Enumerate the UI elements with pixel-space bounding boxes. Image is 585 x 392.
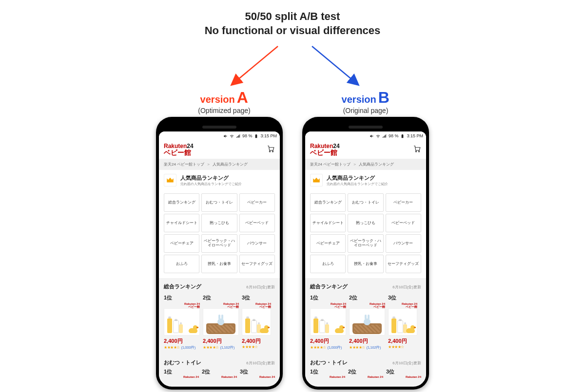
product-row[interactable]: 1位Rakuten 24ベビー館2,400円★★★★☆(1,000件)2位Rak… bbox=[159, 292, 280, 354]
mute-icon bbox=[370, 134, 374, 138]
category-button[interactable]: 授乳・お食事 bbox=[348, 255, 383, 273]
category-button[interactable]: ベビーラック・ハイローベッド bbox=[348, 234, 383, 253]
product-thumb bbox=[203, 308, 239, 336]
mini-rank-col[interactable]: 1位Rakuten 24 bbox=[310, 368, 345, 378]
mini-rank-col[interactable]: 1位Rakuten 24 bbox=[164, 368, 199, 378]
product-card[interactable]: 2位Rakuten 24ベビー館2,400円★★★★☆(1,162件) bbox=[203, 294, 239, 350]
category-button[interactable]: バウンサー bbox=[239, 234, 275, 253]
mini-rank-col[interactable]: 3位Rakuten 24 bbox=[386, 368, 421, 378]
battery-text: 98 % bbox=[242, 133, 253, 138]
battery-icon bbox=[254, 134, 258, 138]
category-button[interactable]: セーフティグッズ bbox=[239, 255, 275, 273]
version-b-label: versionB (Original page) bbox=[292, 89, 439, 114]
product-thumb bbox=[349, 308, 385, 336]
category-button[interactable]: チャイルドシート bbox=[164, 214, 199, 232]
rank-label: 2位 bbox=[203, 294, 239, 301]
breadcrumb[interactable]: 楽天24 ベビー館トップ > 人気商品ランキング bbox=[159, 159, 280, 170]
svg-line-0 bbox=[234, 46, 278, 83]
crown-icon bbox=[310, 174, 323, 187]
category-button[interactable]: 総合ランキング bbox=[310, 193, 346, 212]
product-thumb bbox=[310, 308, 346, 336]
product-card[interactable]: 1位Rakuten 24ベビー館2,400円★★★★☆(1,000件) bbox=[310, 294, 346, 350]
heading-line-1: 50/50 split A/B test bbox=[0, 10, 585, 24]
status-bar: 98 % 3:15 PM bbox=[159, 131, 280, 140]
svg-point-5 bbox=[418, 151, 419, 152]
brand-logo[interactable]: Rakuten24 ベビー館 bbox=[310, 143, 340, 156]
product-card[interactable]: 1位Rakuten 24ベビー館2,400円★★★★☆(1,000件) bbox=[164, 294, 200, 350]
version-a-label: versionA (Optimized page) bbox=[151, 89, 297, 114]
category-button[interactable]: おむつ・トイレ bbox=[201, 193, 237, 212]
battery-icon bbox=[400, 134, 405, 138]
section-2-name: おむつ・トイレ bbox=[310, 359, 348, 366]
phone-b-screen: 98 % 3:15 PM Rakuten24 ベビー館 楽天24 ベビー館トップ… bbox=[305, 131, 426, 387]
category-button[interactable]: バウンサー bbox=[386, 234, 421, 253]
category-button[interactable]: チャイルドシート bbox=[310, 214, 346, 232]
category-button[interactable]: 抱っこひも bbox=[348, 214, 383, 232]
app-header: Rakuten24 ベビー館 bbox=[159, 140, 280, 159]
mini-rank-col[interactable]: 2位Rakuten 24 bbox=[202, 368, 237, 378]
product-brand: Rakuten 24ベビー館 bbox=[203, 302, 239, 308]
signal-icon bbox=[382, 134, 387, 138]
mini-rank-row: 1位Rakuten 242位Rakuten 243位Rakuten 24 bbox=[305, 368, 426, 381]
product-rating: ★★★★☆(1,162件) bbox=[349, 345, 385, 350]
section-2-name: おむつ・トイレ bbox=[164, 359, 201, 366]
split-arrows bbox=[0, 44, 585, 88]
section-1-name: 総合ランキング bbox=[164, 283, 201, 290]
product-thumb bbox=[388, 308, 417, 336]
mini-rank-col[interactable]: 2位Rakuten 24 bbox=[348, 368, 383, 378]
category-button[interactable]: おむつ・トイレ bbox=[348, 193, 383, 212]
product-card[interactable]: 2位Rakuten 24ベビー館2,400円★★★★☆(1,162件) bbox=[349, 294, 385, 350]
heading: 50/50 split A/B test No functional or vi… bbox=[0, 10, 585, 37]
category-grid: 総合ランキングおむつ・トイレベビーカーチャイルドシート抱っこひもベビーベッドベビ… bbox=[159, 190, 280, 278]
cart-icon[interactable] bbox=[412, 144, 421, 155]
section-1-name: 総合ランキング bbox=[310, 283, 348, 290]
phone-a-screen: 98 % 3:15 PM Rakuten24 ベビー館 楽天24 ベビー館トップ… bbox=[159, 131, 280, 387]
product-brand: Rakuten 24ベビー館 bbox=[310, 302, 346, 308]
category-button[interactable]: ベビーカー bbox=[239, 193, 275, 212]
phone-a: 98 % 3:15 PM Rakuten24 ベビー館 楽天24 ベビー館トップ… bbox=[156, 117, 283, 390]
breadcrumb[interactable]: 楽天24 ベビー館トップ > 人気商品ランキング bbox=[305, 159, 426, 170]
product-brand: Rakuten 24ベビー館 bbox=[242, 302, 271, 308]
brand-logo[interactable]: Rakuten24 ベビー館 bbox=[164, 143, 194, 156]
category-button[interactable]: ベビーチェア bbox=[310, 234, 346, 253]
product-card[interactable]: 3位Rakuten 24ベビー館2,400円★★★★☆ bbox=[388, 294, 417, 350]
product-card[interactable]: 3位Rakuten 24ベビー館2,400円★★★★☆ bbox=[242, 294, 271, 350]
category-button[interactable]: ベビーラック・ハイローベッド bbox=[201, 234, 237, 253]
category-button[interactable]: 総合ランキング bbox=[164, 193, 199, 212]
battery-text: 98 % bbox=[389, 133, 399, 138]
category-button[interactable]: ベビーベッド bbox=[386, 214, 421, 232]
section-head-2: おむつ・トイレ 6月10日(金)更新 bbox=[305, 354, 426, 368]
category-button[interactable]: おふろ bbox=[310, 255, 346, 273]
page-title-row: 人気商品ランキング 売れ筋の人気商品をランキングでご紹介 bbox=[159, 170, 280, 190]
category-button[interactable]: ベビーベッド bbox=[239, 214, 275, 232]
product-rating: ★★★★☆(1,000件) bbox=[310, 345, 346, 350]
category-button[interactable]: 授乳・お食事 bbox=[201, 255, 237, 273]
clock-text: 3:15 PM bbox=[407, 133, 423, 138]
section-2-updated: 6月10日(金)更新 bbox=[392, 360, 421, 366]
category-grid: 総合ランキングおむつ・トイレベビーカーチャイルドシート抱っこひもベビーベッドベビ… bbox=[305, 190, 426, 278]
category-button[interactable]: ベビーチェア bbox=[164, 234, 199, 253]
status-bar: 98 % 3:15 PM bbox=[305, 131, 426, 140]
category-button[interactable]: ベビーカー bbox=[386, 193, 421, 212]
product-price: 2,400円 bbox=[203, 337, 239, 345]
page-title: 人気商品ランキング bbox=[180, 174, 242, 182]
category-button[interactable]: 抱っこひも bbox=[201, 214, 237, 232]
crown-icon bbox=[164, 174, 176, 187]
mini-rank-col[interactable]: 3位Rakuten 24 bbox=[240, 368, 275, 378]
mute-icon bbox=[223, 134, 228, 138]
product-price: 2,400円 bbox=[310, 337, 346, 345]
product-thumb bbox=[242, 308, 271, 336]
section-1-updated: 6月10日(金)更新 bbox=[246, 284, 275, 290]
product-rating: ★★★★☆ bbox=[388, 345, 417, 349]
category-button[interactable]: セーフティグッズ bbox=[386, 255, 421, 273]
cart-icon[interactable] bbox=[266, 144, 275, 155]
svg-point-2 bbox=[269, 151, 270, 152]
rank-label: 1位 bbox=[164, 294, 200, 301]
category-button[interactable]: おふろ bbox=[164, 255, 199, 273]
product-row[interactable]: 1位Rakuten 24ベビー館2,400円★★★★☆(1,000件)2位Rak… bbox=[305, 292, 426, 354]
product-rating: ★★★★☆ bbox=[242, 345, 271, 349]
product-brand: Rakuten 24ベビー館 bbox=[388, 302, 417, 308]
version-a-subtitle: (Optimized page) bbox=[151, 107, 297, 114]
page-subtitle: 売れ筋の人気商品をランキングでご紹介 bbox=[180, 182, 242, 187]
section-head-2: おむつ・トイレ 6月10日(金)更新 bbox=[159, 354, 280, 368]
